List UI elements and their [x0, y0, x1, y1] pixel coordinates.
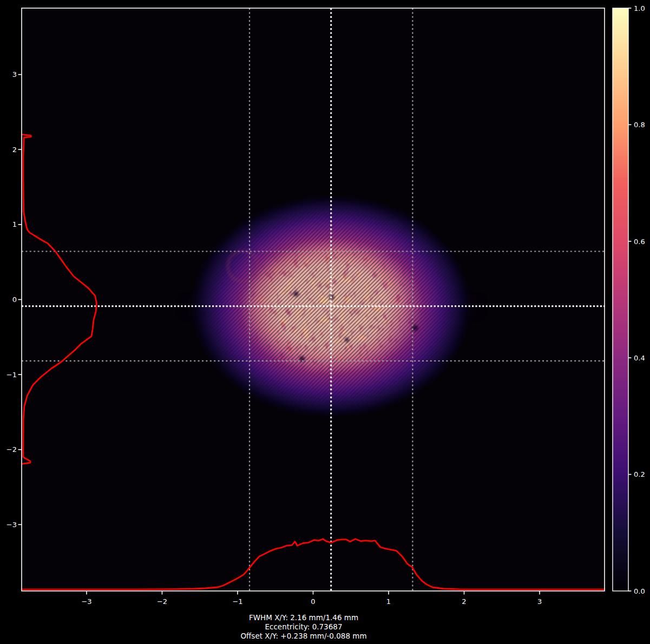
x-axis-tick-label: −2: [157, 597, 167, 606]
colorbar-tick-label: 0.4: [634, 354, 645, 362]
x-axis-tick-label: 3: [537, 597, 542, 606]
y-axis-tick-label: 0: [12, 295, 17, 304]
colorbar-tick-label: 0.6: [634, 238, 645, 246]
colorbar-tick-label: 0.0: [634, 587, 645, 595]
beam-statistics: FWHM X/Y: 2.16 mm/1.46 mm Eccentricity: …: [0, 613, 607, 641]
offset-readout: Offset X/Y: +0.238 mm/-0.088 mm: [0, 632, 607, 641]
colorbar-tick-labels: 0.00.20.40.60.81.0: [634, 4, 645, 595]
beam-profile-plot: −3−2−10123−3−2−10123 0.00.20.40.60.81.0: [0, 0, 650, 644]
colorbar: 0.00.20.40.60.81.0: [613, 4, 645, 595]
colorbar-gradient: [613, 8, 628, 591]
fwhm-readout: FWHM X/Y: 2.16 mm/1.46 mm: [0, 613, 607, 622]
colorbar-ticks: [628, 8, 632, 591]
x-axis-tick-label: 2: [462, 597, 466, 606]
x-axis-tick-label: −1: [232, 597, 242, 606]
y-axis-tick-label: −1: [6, 371, 17, 379]
y-axis-tick-label: −2: [6, 445, 17, 454]
eccentricity-readout: Eccentricity: 0.73687: [0, 622, 607, 632]
y-axis-tick-label: 1: [12, 220, 17, 228]
colorbar-tick-label: 0.2: [634, 470, 645, 478]
x-axis-tick-label: 1: [386, 597, 391, 606]
beam-profiler-figure: −3−2−10123−3−2−10123 0.00.20.40.60.81.0 …: [0, 0, 650, 644]
colorbar-tick-label: 0.8: [634, 121, 645, 129]
y-axis-tick-label: 3: [12, 70, 17, 78]
y-axis-tick-label: 2: [12, 146, 17, 154]
colorbar-tick-label: 1.0: [634, 4, 645, 12]
x-axis-tick-label: 0: [311, 597, 315, 606]
x-axis-tick-label: −3: [81, 597, 91, 606]
y-axis-tick-label: −3: [6, 521, 17, 529]
